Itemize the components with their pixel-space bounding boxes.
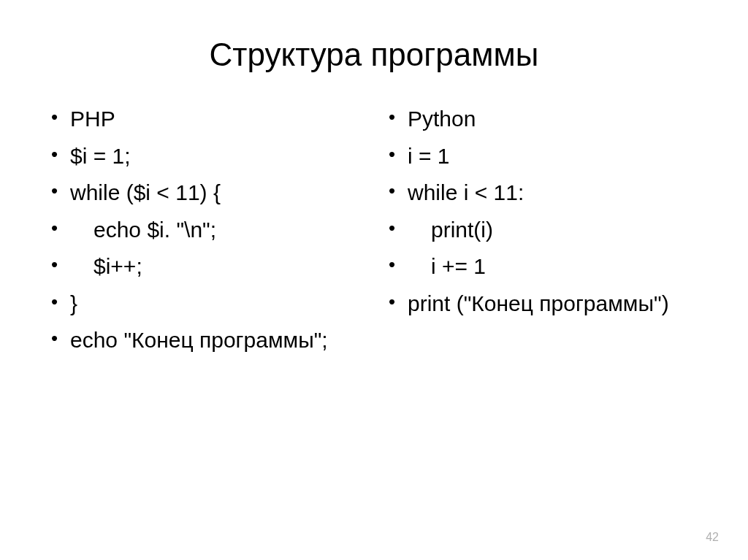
slide-title: Структура программы — [44, 37, 704, 73]
list-item: print ("Конец программы") — [381, 287, 704, 321]
right-bullet-list: Pythoni = 1while i < 11:print(i)i += 1pr… — [381, 102, 704, 321]
list-item: while i < 11: — [381, 176, 704, 210]
columns-container: PHP$i = 1;while ($i < 11) {echo $i. "\n"… — [44, 102, 704, 361]
list-item: echo "Конец программы"; — [44, 323, 367, 358]
list-item: i = 1 — [381, 139, 704, 174]
list-item: } — [44, 287, 367, 321]
list-item: i += 1 — [381, 250, 704, 284]
left-column: PHP$i = 1;while ($i < 11) {echo $i. "\n"… — [44, 102, 367, 361]
right-column: Pythoni = 1while i < 11:print(i)i += 1pr… — [381, 102, 704, 361]
list-item: $i = 1; — [44, 139, 367, 174]
page-number: 42 — [706, 531, 719, 544]
left-bullet-list: PHP$i = 1;while ($i < 11) {echo $i. "\n"… — [44, 102, 367, 358]
list-item: $i++; — [44, 250, 367, 284]
list-item: while ($i < 11) { — [44, 176, 367, 210]
list-item: PHP — [44, 102, 367, 137]
list-item: print(i) — [381, 213, 704, 248]
list-item: Python — [381, 102, 704, 137]
list-item: echo $i. "\n"; — [44, 213, 367, 248]
slide-container: Структура программы PHP$i = 1;while ($i … — [0, 0, 748, 560]
